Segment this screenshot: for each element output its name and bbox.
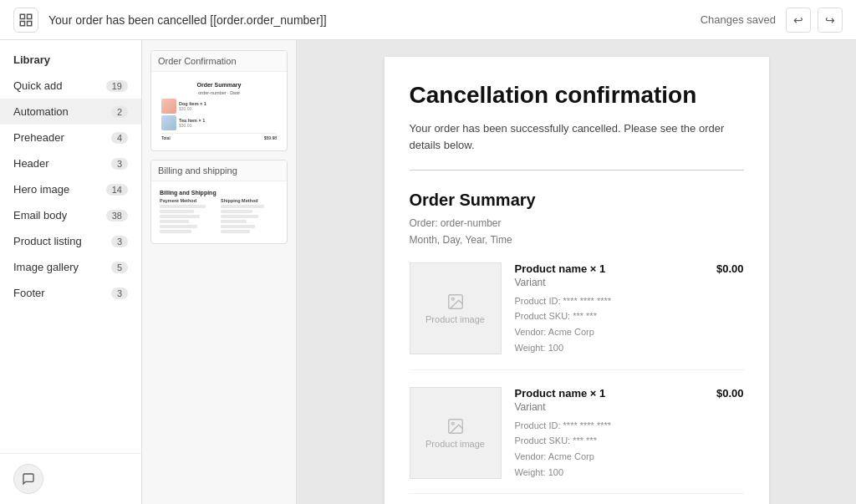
sidebar-item-label: Image gallery (13, 261, 79, 273)
svg-point-7 (451, 422, 454, 425)
undo-button[interactable]: ↩ (786, 8, 811, 33)
sidebar-badge-preheader: 4 (111, 132, 128, 144)
product-name-row-2: Product name × 1 $0.00 (515, 387, 744, 400)
product-vendor-1: Vendor: Acme Corp (515, 324, 744, 340)
sidebar-item-label: Footer (13, 287, 45, 299)
sidebar-badge-automation: 2 (111, 106, 128, 118)
product-id-1: Product ID: **** **** **** (515, 293, 744, 309)
product-weight-1: Weight: 100 (515, 340, 744, 356)
sidebar-item-header[interactable]: Header 3 (0, 150, 141, 176)
sidebar-item-image-gallery[interactable]: Image gallery 5 (0, 254, 141, 280)
product-qty-1: × 1 (590, 262, 605, 275)
sidebar-title: Library (0, 40, 141, 73)
sidebar-item-label: Preheader (13, 131, 64, 144)
sidebar-item-email-body[interactable]: Email body 38 (0, 202, 141, 228)
sidebar-item-label: Quick add (13, 79, 63, 92)
product-id-2: Product ID: **** **** **** (515, 418, 744, 434)
svg-rect-1 (28, 14, 32, 18)
product-variant-1: Variant (515, 277, 744, 288)
sidebar-badge-image-gallery: 5 (111, 262, 128, 273)
product-meta-2: Product ID: **** **** **** Product SKU: … (515, 418, 744, 481)
product-variant-2: Variant (515, 401, 744, 413)
sidebar-item-hero-image[interactable]: Hero image 14 (0, 176, 141, 202)
product-name-2: Product name × 1 (515, 387, 606, 400)
product-image-placeholder-1: Product image (410, 262, 502, 354)
product-image-label-1: Product image (425, 314, 485, 324)
content-area: Cancellation confirmation Your order has… (297, 40, 856, 504)
order-date: Month, Day, Year, Time (410, 232, 744, 248)
product-price-1: $0.00 (716, 262, 744, 275)
product-qty-2: × 1 (590, 387, 605, 400)
sidebar-item-quick-add[interactable]: Quick add 19 (0, 73, 141, 99)
svg-rect-3 (28, 21, 32, 25)
save-status: Changes saved (701, 13, 776, 26)
document-title: Your order has been cancelled [[order.or… (48, 13, 327, 27)
panel-card-label-billing-shipping: Billing and shipping (151, 160, 287, 181)
chat-button[interactable] (13, 464, 43, 494)
product-sku-2: Product SKU: *** *** (515, 433, 744, 449)
sidebar-item-automation[interactable]: Automation 2 (0, 99, 141, 125)
order-confirmation-preview: Order Summary order-number · Date Dog It… (151, 72, 287, 150)
product-name-row-1: Product name × 1 $0.00 (515, 262, 744, 275)
sidebar-item-label: Automation (13, 105, 69, 118)
billing-shipping-preview: Billing and Shipping Payment Method (151, 181, 287, 243)
order-summary-title: Order Summary (410, 191, 744, 210)
product-image-label-2: Product image (425, 439, 485, 449)
topbar-left: Your order has been cancelled [[order.or… (13, 8, 327, 33)
panel-card-billing-shipping[interactable]: Billing and shipping Billing and Shippin… (150, 160, 288, 244)
product-details-1: Product name × 1 $0.00 Variant Product I… (515, 262, 744, 356)
email-heading: Cancellation confirmation (410, 82, 744, 109)
topbar: Your order has been cancelled [[order.or… (0, 0, 856, 40)
sidebar-item-product-listing[interactable]: Product listing 3 (0, 228, 141, 254)
sidebar-badge-footer: 3 (111, 288, 128, 299)
sidebar-badge-product-listing: 3 (111, 236, 128, 247)
email-container: Cancellation confirmation Your order has… (385, 57, 769, 504)
product-price-2: $0.00 (716, 387, 744, 400)
app-logo (13, 8, 38, 33)
sidebar-item-label: Email body (13, 209, 67, 221)
product-row: Product image Product name × 1 $0.00 Var… (410, 262, 744, 370)
middle-panel: Order Confirmation Order Summary order-n… (142, 40, 297, 504)
order-meta: Order: order-number Month, Day, Year, Ti… (410, 215, 744, 249)
topbar-right: Changes saved ↩ ↪ (701, 8, 843, 33)
sidebar: Library Quick add 19 Automation 2 Prehea… (0, 40, 142, 504)
image-icon (446, 293, 465, 311)
product-vendor-2: Vendor: Acme Corp (515, 449, 744, 465)
svg-rect-0 (20, 14, 24, 18)
sidebar-item-label: Header (13, 157, 49, 170)
svg-rect-2 (20, 21, 24, 25)
product-sku-1: Product SKU: *** *** (515, 308, 744, 324)
sidebar-badge-hero-image: 14 (106, 184, 128, 196)
sidebar-item-label: Product listing (13, 235, 82, 247)
product-name-1: Product name × 1 (515, 262, 606, 275)
svg-point-5 (451, 298, 454, 300)
product-details-2: Product name × 1 $0.00 Variant Product I… (515, 387, 744, 481)
sidebar-badge-header: 3 (111, 158, 128, 170)
sidebar-badge-quick-add: 19 (106, 80, 128, 92)
main-layout: Library Quick add 19 Automation 2 Prehea… (0, 40, 856, 504)
email-subtext: Your order has been successfully cancell… (410, 120, 744, 153)
image-icon (446, 417, 465, 435)
email-divider (410, 170, 744, 171)
sidebar-item-label: Hero image (13, 183, 69, 196)
product-weight-2: Weight: 100 (515, 465, 744, 481)
panel-card-label-order-confirmation: Order Confirmation (151, 51, 287, 72)
sidebar-item-footer[interactable]: Footer 3 (0, 280, 141, 306)
product-meta-1: Product ID: **** **** **** Product SKU: … (515, 293, 744, 356)
sidebar-badge-email-body: 38 (106, 210, 128, 221)
panel-card-order-confirmation[interactable]: Order Confirmation Order Summary order-n… (150, 50, 288, 151)
product-row: Product image Product name × 1 $0.00 Var… (410, 387, 744, 495)
sidebar-item-preheader[interactable]: Preheader 4 (0, 125, 141, 150)
sidebar-bottom (0, 453, 141, 504)
product-image-placeholder-2: Product image (410, 387, 502, 479)
order-number: Order: order-number (410, 215, 744, 232)
redo-button[interactable]: ↪ (818, 8, 843, 33)
